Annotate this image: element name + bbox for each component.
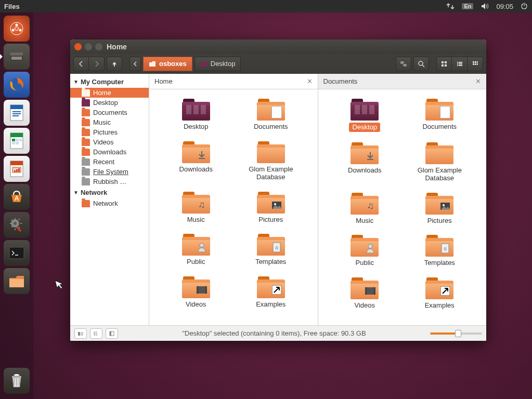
sidebar-section-header[interactable]: ▼My Computer	[70, 76, 149, 88]
minimize-button[interactable]	[85, 43, 92, 50]
network-indicator[interactable]	[446, 3, 455, 10]
svg-rect-46	[473, 61, 474, 63]
icon-view-button[interactable]	[436, 57, 452, 71]
file-item[interactable]: ♫Music	[160, 189, 232, 227]
file-item[interactable]: Desktop	[328, 96, 401, 135]
back-button[interactable]	[73, 57, 89, 71]
close-button[interactable]	[74, 43, 82, 50]
svg-rect-94	[110, 331, 111, 336]
file-item[interactable]: Videos	[160, 273, 232, 312]
file-item[interactable]: Desktop	[160, 96, 232, 134]
impress-icon[interactable]	[4, 156, 30, 182]
keyboard-indicator[interactable]: En	[462, 3, 473, 9]
sidebar-item-videos[interactable]: Videos	[70, 137, 149, 147]
maximize-button[interactable]	[95, 43, 102, 50]
sidebar-item-file-system[interactable]: File System	[70, 167, 149, 177]
sidebar-item-documents[interactable]: Documents	[70, 108, 149, 117]
file-item[interactable]: ♫Music	[328, 190, 401, 228]
svg-point-83	[374, 288, 375, 289]
pane-content[interactable]: DesktopDocumentsDownloadsGlom Example Da…	[318, 89, 487, 325]
firefox-icon[interactable]	[4, 72, 30, 98]
file-label: Downloads	[348, 166, 381, 175]
file-item[interactable]: Glom Example Database	[403, 139, 476, 185]
active-app-name[interactable]: Files	[4, 3, 446, 10]
file-item[interactable]: Downloads	[328, 139, 401, 185]
folder-icon	[82, 109, 90, 116]
sidebar-item-downloads[interactable]: Downloads	[70, 147, 149, 157]
path-segment-desktop[interactable]: Desktop	[194, 57, 241, 71]
titlebar[interactable]: Home	[70, 39, 486, 54]
svg-rect-37	[445, 61, 447, 63]
compact-view-button[interactable]	[468, 57, 483, 71]
file-item[interactable]: Public	[160, 231, 232, 269]
file-item[interactable]: Examples	[235, 273, 307, 312]
calc-icon[interactable]	[4, 128, 30, 154]
forward-button[interactable]	[89, 57, 105, 71]
file-item[interactable]: Examples	[403, 274, 476, 313]
sound-indicator[interactable]	[481, 3, 489, 10]
file-item[interactable]: Public	[328, 232, 401, 270]
pane-tab[interactable]: Documents✕	[318, 74, 487, 89]
svg-rect-51	[477, 63, 478, 65]
dash-icon[interactable]	[4, 16, 30, 42]
file-item[interactable]: aTemplates	[403, 232, 476, 270]
file-label: Music	[187, 216, 205, 224]
file-label: Templates	[255, 258, 286, 266]
close-sidebar[interactable]	[106, 328, 118, 339]
writer-icon[interactable]	[4, 100, 30, 126]
svg-rect-52	[199, 158, 205, 159]
file-item[interactable]: Videos	[328, 274, 401, 313]
close-tab-icon[interactable]: ✕	[307, 77, 313, 85]
settings-icon[interactable]	[4, 212, 30, 238]
folder-icon	[82, 99, 90, 107]
list-view-button[interactable]	[452, 57, 468, 71]
sidebar-item-recent[interactable]: Recent	[70, 157, 149, 167]
file-item[interactable]: Downloads	[160, 138, 232, 184]
file-label: Public	[356, 259, 374, 267]
sidebar-item-desktop[interactable]: Desktop	[70, 98, 149, 108]
toggle-location-button[interactable]	[396, 57, 411, 71]
svg-rect-36	[442, 61, 444, 63]
svg-point-4	[19, 29, 22, 32]
pane-content[interactable]: DesktopDocumentsDownloadsGlom Example Da…	[149, 89, 318, 325]
svg-point-86	[374, 292, 375, 294]
sidebar-item-rubbish-[interactable]: Rubbish …	[70, 177, 149, 187]
file-item[interactable]: Pictures	[403, 190, 476, 228]
trash-icon[interactable]	[4, 368, 30, 394]
session-indicator[interactable]	[521, 3, 528, 10]
file-label: Desktop	[184, 123, 209, 131]
svg-rect-32	[9, 247, 24, 259]
path-segment-osboxes[interactable]: osboxes	[143, 57, 192, 71]
file-item[interactable]: Documents	[403, 96, 476, 135]
sidebar-item-music[interactable]: Music	[70, 117, 149, 127]
folder-icon	[82, 139, 90, 146]
software-icon[interactable]: A	[4, 184, 30, 210]
pane-tab[interactable]: Home✕	[149, 74, 318, 89]
sidebar-item-home[interactable]: Home	[70, 88, 149, 98]
file-item[interactable]: Glom Example Database	[235, 138, 307, 184]
sidebar-section-header[interactable]: ▼Network	[70, 187, 149, 198]
svg-rect-21	[16, 142, 19, 144]
up-button[interactable]	[107, 57, 122, 71]
svg-point-5	[15, 27, 19, 31]
nautilus-icon[interactable]	[4, 268, 30, 294]
terminal-icon[interactable]	[4, 240, 30, 266]
places-toggle[interactable]	[74, 328, 87, 339]
sidebar-item-pictures[interactable]: Pictures	[70, 127, 149, 137]
sidebar-item-network[interactable]: Network	[70, 198, 149, 208]
search-button[interactable]	[413, 57, 429, 71]
tree-toggle[interactable]	[90, 328, 102, 339]
svg-rect-17	[12, 139, 15, 141]
file-item[interactable]: aTemplates	[235, 231, 307, 269]
zoom-slider[interactable]	[430, 332, 482, 335]
svg-text:a: a	[275, 245, 278, 250]
files-launcher-icon[interactable]	[4, 44, 30, 70]
svg-rect-42	[457, 63, 458, 64]
path-root-button[interactable]	[129, 57, 141, 71]
file-item[interactable]: Pictures	[235, 189, 307, 227]
file-item[interactable]: Documents	[235, 96, 307, 134]
close-tab-icon[interactable]: ✕	[475, 77, 481, 85]
folder-icon	[149, 61, 156, 67]
clock[interactable]: 09:05	[496, 3, 513, 10]
svg-point-55	[200, 243, 204, 247]
